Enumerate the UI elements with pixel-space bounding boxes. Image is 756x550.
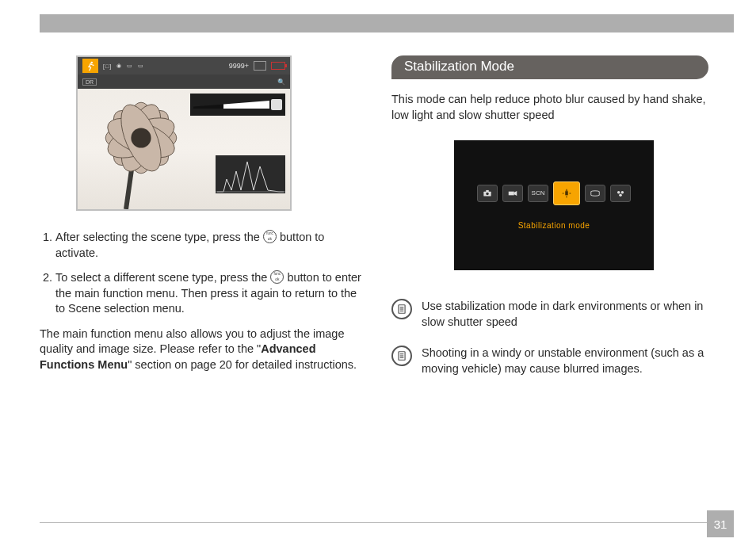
movie-mode-icon [502,185,523,202]
svg-point-12 [486,192,489,195]
stabilization-mode-icon [553,181,580,205]
zoom-wedge-icon [193,101,269,109]
camera-lcd: [□] ◉ ▭ ▭ 9999+ DR 🔍 [76,55,292,211]
footer-rule [40,522,734,523]
list-item: To select a different scene type, press … [55,270,365,317]
para-b: " section on page 20 for detailed instru… [128,358,357,371]
sport-mode-icon [82,59,98,73]
func-ok-button-icon [270,270,284,284]
section-description: This mode can help reduce photo blur cau… [391,92,716,123]
manual-page: [□] ◉ ▭ ▭ 9999+ DR 🔍 [0,0,756,550]
spot-meter-icon: ◉ [116,63,122,69]
note-row: Use stabilization mode in dark environme… [391,299,716,330]
svg-point-0 [90,62,93,64]
aspect-icon: ▭ [127,63,133,69]
flower-photo-stub [86,94,197,204]
camera-lcd-figure: [□] ◉ ▭ ▭ 9999+ DR 🔍 [76,55,292,211]
mode-chip-row: SCN [477,181,631,205]
svg-point-17 [619,193,622,197]
magnify-icon: 🔍 [277,78,285,86]
shots-remaining: 9999+ [229,62,249,70]
section-heading-pill: Stabilization Mode [391,55,708,79]
svg-rect-13 [509,191,514,195]
two-column-layout: [□] ◉ ▭ ▭ 9999+ DR 🔍 [40,55,734,531]
page-number-box: 31 [707,510,734,537]
note-text: Shooting in a windy or unstable environm… [422,346,716,376]
svg-point-15 [617,191,620,194]
note-row: Shooting in a windy or unstable environm… [391,346,716,376]
histogram-overlay [216,155,285,193]
mode-dial-lcd: SCN Stabilization mode [454,140,654,270]
svg-point-16 [621,191,624,194]
lcd-sub-bar: DR 🔍 [78,74,290,89]
section-heading: Stabilization Mode [404,59,514,74]
svg-point-9 [131,128,151,147]
page-number: 31 [714,518,727,531]
effects-mode-icon [610,185,631,202]
header-bar [40,14,734,32]
lcd-top-bar: [□] ◉ ▭ ▭ 9999+ [78,57,290,74]
paragraph: The main function menu also allows you t… [40,327,365,373]
svg-rect-11 [486,190,489,192]
mode-label: Stabilization mode [518,221,590,230]
dr-badge: DR [82,78,97,86]
zoom-magnify-icon [271,99,282,110]
note-icon [391,346,412,366]
zoom-indicator [190,94,285,116]
step2-text-a: To select a different scene type, press … [55,271,270,284]
focus-area-icon: [□] [103,63,112,69]
list-item: After selecting the scene type, press th… [55,230,365,261]
camera-mode-icon [477,185,498,202]
instruction-list: After selecting the scene type, press th… [40,230,365,317]
left-column: [□] ◉ ▭ ▭ 9999+ DR 🔍 [40,55,365,531]
right-column: Stabilization Mode This mode can help re… [391,55,716,531]
note-icon [391,299,412,319]
aspect-icon: ▭ [138,63,144,69]
sd-card-icon [254,61,266,71]
svg-marker-14 [514,191,517,196]
panorama-mode-icon [585,185,605,202]
func-ok-button-icon [263,230,277,243]
battery-low-icon [271,62,285,70]
scn-mode-chip: SCN [528,185,548,202]
note-text: Use stabilization mode in dark environme… [422,299,716,330]
step1-text-a: After selecting the scene type, press th… [55,231,263,243]
